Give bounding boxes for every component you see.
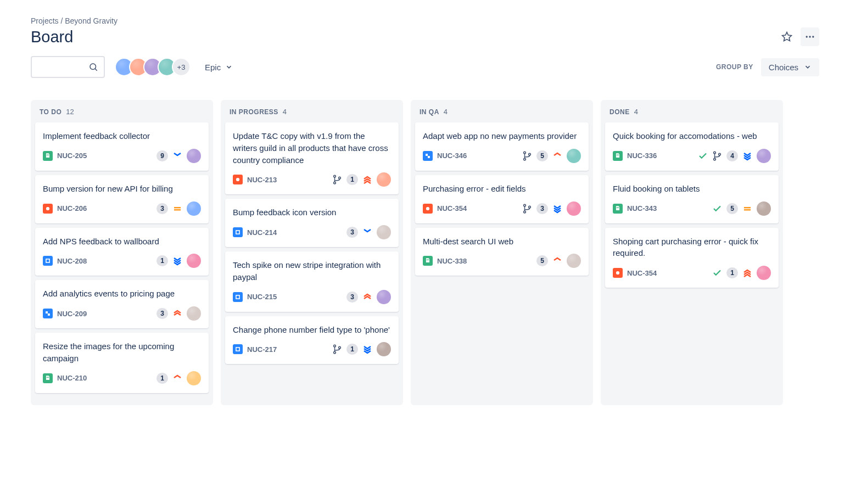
story-points: 3 xyxy=(536,203,548,214)
assignee-avatar[interactable] xyxy=(757,266,771,280)
issue-type-bug-icon xyxy=(613,268,623,278)
branch-icon xyxy=(332,175,342,184)
assignee-avatar[interactable] xyxy=(567,254,581,268)
star-button[interactable] xyxy=(778,27,796,46)
issue-card[interactable]: Purchasing error - edit fields NUC-354 3 xyxy=(415,175,589,223)
priority-lowest-icon xyxy=(552,204,562,214)
issue-card[interactable]: Resize the images for the upcoming campa… xyxy=(35,333,209,393)
priority-low-icon xyxy=(362,227,372,237)
chevron-down-icon xyxy=(225,63,233,71)
branch-icon xyxy=(332,344,342,354)
issue-key: NUC-354 xyxy=(437,204,467,212)
epic-filter-label: Epic xyxy=(205,63,221,72)
epic-filter[interactable]: Epic xyxy=(200,59,237,75)
svg-rect-40 xyxy=(744,209,751,211)
issue-type-bug-icon xyxy=(43,204,53,214)
issue-key: NUC-346 xyxy=(437,152,467,160)
search-input[interactable] xyxy=(44,63,88,71)
svg-rect-20 xyxy=(236,348,239,351)
issue-card[interactable]: Bump version for new API for billing NUC… xyxy=(35,175,209,223)
assignee-avatar[interactable] xyxy=(757,201,771,216)
column-name: DONE xyxy=(609,108,630,116)
search-input-wrapper[interactable] xyxy=(31,56,105,78)
breadcrumb-root[interactable]: Projects xyxy=(31,16,59,25)
issue-card[interactable]: Adapt web app no new payments provider N… xyxy=(415,122,589,171)
issue-card[interactable]: Quick booking for accomodations - web NU… xyxy=(605,122,779,171)
assignee-avatar[interactable] xyxy=(567,149,581,163)
story-points: 9 xyxy=(156,150,168,161)
issue-card[interactable]: Update T&C copy with v1.9 from the write… xyxy=(225,122,399,194)
column-count: 4 xyxy=(283,108,287,116)
priority-lowest-icon xyxy=(362,344,372,354)
priority-lowest-icon xyxy=(172,256,182,266)
card-title: Update T&C copy with v1.9 from the write… xyxy=(233,130,391,166)
assignee-avatar[interactable] xyxy=(187,371,201,385)
issue-type-subtask-icon xyxy=(423,151,433,161)
done-check-icon xyxy=(712,204,722,214)
star-icon xyxy=(781,31,792,42)
svg-rect-11 xyxy=(46,311,48,313)
svg-point-30 xyxy=(524,204,526,206)
story-points: 5 xyxy=(536,255,548,266)
avatar-more[interactable]: +3 xyxy=(172,58,191,76)
issue-key: NUC-208 xyxy=(57,257,87,265)
assignee-avatar[interactable] xyxy=(757,149,771,163)
issue-card[interactable]: Shoping cart purchasing error - quick fi… xyxy=(605,228,779,288)
assignee-avatar[interactable] xyxy=(377,342,391,356)
svg-point-41 xyxy=(616,271,619,275)
avatar-stack[interactable]: +3 xyxy=(115,58,191,76)
issue-type-bug-icon xyxy=(233,175,243,184)
svg-rect-8 xyxy=(174,207,181,209)
search-icon xyxy=(88,62,98,72)
priority-highest-icon xyxy=(742,268,752,278)
story-points: 5 xyxy=(726,203,738,214)
card-title: Shoping cart purchasing error - quick fi… xyxy=(613,236,771,260)
svg-point-36 xyxy=(714,158,716,160)
svg-point-31 xyxy=(524,211,526,213)
assignee-avatar[interactable] xyxy=(377,172,391,187)
assignee-avatar[interactable] xyxy=(187,201,201,216)
column-count: 4 xyxy=(634,108,638,116)
issue-type-story-icon xyxy=(423,256,433,266)
svg-point-35 xyxy=(714,152,716,154)
issue-card[interactable]: Change phone number field type to 'phone… xyxy=(225,316,399,365)
svg-rect-10 xyxy=(46,259,49,262)
svg-rect-13 xyxy=(47,377,49,377)
issue-card[interactable]: Add analytics events to pricing page NUC… xyxy=(35,280,209,328)
breadcrumb-project[interactable]: Beyond Gravity xyxy=(65,16,118,25)
assignee-avatar[interactable] xyxy=(567,201,581,216)
priority-mediumup-icon xyxy=(172,373,182,383)
column-count: 12 xyxy=(66,108,74,116)
column: DONE4 Quick booking for accomodations - … xyxy=(601,100,783,405)
issue-card[interactable]: Add NPS feedback to wallboard NUC-208 1 xyxy=(35,228,209,276)
card-title: Adapt web app no new payments provider xyxy=(423,130,581,142)
issue-key: NUC-338 xyxy=(437,257,467,265)
issue-card[interactable]: Bump feedback icon version NUC-214 3 xyxy=(225,199,399,247)
card-title: Quick booking for accomodations - web xyxy=(613,130,771,142)
assignee-avatar[interactable] xyxy=(187,254,201,268)
svg-point-16 xyxy=(334,182,336,184)
branch-icon xyxy=(522,204,532,214)
svg-point-15 xyxy=(334,175,336,177)
column-count: 4 xyxy=(444,108,448,116)
card-title: Bump feedback icon version xyxy=(233,206,391,219)
issue-card[interactable]: Fluid booking on tablets NUC-343 5 xyxy=(605,175,779,223)
story-points: 4 xyxy=(726,150,738,161)
issue-card[interactable]: Tech spike on new stripe integration wit… xyxy=(225,251,399,312)
issue-type-subtask-icon xyxy=(43,309,53,318)
assignee-avatar[interactable] xyxy=(377,290,391,304)
group-by-value: Choices xyxy=(769,63,798,72)
assignee-avatar[interactable] xyxy=(187,306,201,321)
issue-card[interactable]: Multi-dest search UI web NUC-338 5 xyxy=(415,228,589,276)
svg-point-14 xyxy=(236,178,239,181)
assignee-avatar[interactable] xyxy=(377,225,391,239)
assignee-avatar[interactable] xyxy=(187,149,201,163)
issue-card[interactable]: Implement feedback collector NUC-205 9 xyxy=(35,122,209,171)
more-button[interactable] xyxy=(801,27,819,46)
group-by-select[interactable]: Choices xyxy=(761,58,819,76)
card-title: Multi-dest search UI web xyxy=(423,236,581,248)
column: TO DO12 Implement feedback collector NUC… xyxy=(31,100,213,405)
svg-rect-33 xyxy=(427,260,429,260)
issue-key: NUC-205 xyxy=(57,152,87,160)
story-points: 1 xyxy=(156,255,168,266)
